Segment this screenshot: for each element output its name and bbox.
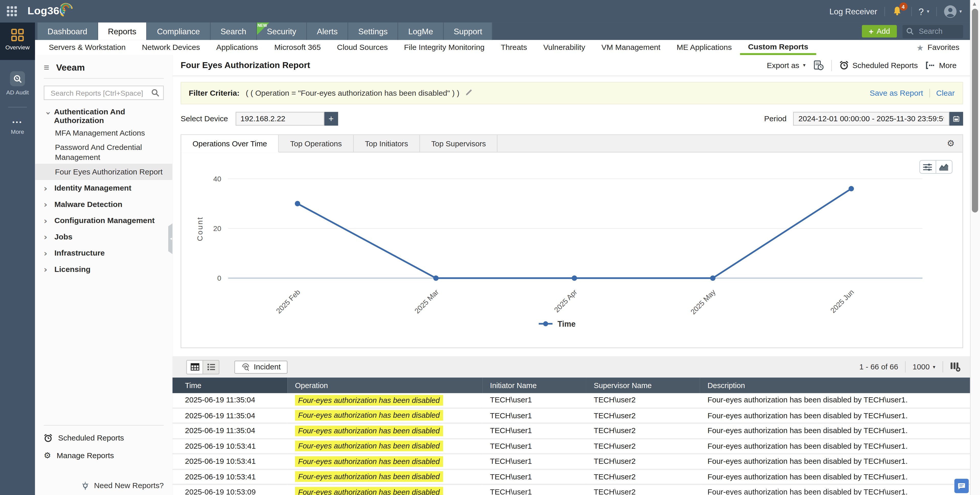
column-header-initiator[interactable]: Initiator Name [482,378,586,393]
tree-item-four-eyes-authorization-report[interactable]: Four Eyes Authorization Report [35,164,173,180]
subnav-custom-reports[interactable]: Custom Reports [740,40,816,55]
tree-group-configuration-management[interactable]: ›Configuration Management [35,212,173,229]
chevron-right-icon: › [44,248,54,258]
pagination-range: 1 - 66 of 66 [859,362,898,371]
scroll-up-icon[interactable]: ▲ [973,1,976,6]
favorites-button[interactable]: ★ Favorites [916,40,959,55]
notifications-bell-icon[interactable]: 4 [891,6,904,17]
table-row[interactable]: 2025-06-19 10:53:41 Four-eyes authorizat… [173,469,970,484]
subnav-applications[interactable]: Applications [208,40,266,55]
tab-alerts[interactable]: Alerts [307,22,348,40]
report-search-input[interactable] [49,88,152,97]
subnav-me-applications[interactable]: ME Applications [668,40,740,55]
subnav-microsoft-365[interactable]: Microsoft 365 [266,40,329,55]
subnav-cloud-sources[interactable]: Cloud Sources [329,40,396,55]
rail-item-ad-audit[interactable]: AD Audit [0,65,35,102]
chart-settings-gear-icon[interactable]: ⚙ [947,138,955,148]
tab-search[interactable]: Search [210,22,257,40]
chart-tab-top-supervisors[interactable]: Top Supervisors [420,135,498,152]
tree-group-jobs[interactable]: ›Jobs [35,229,173,245]
column-picker-button[interactable] [950,362,960,372]
clear-filter-link[interactable]: Clear [936,89,955,97]
log-receiver-link[interactable]: Log Receiver [829,6,877,16]
subnav-vm-management[interactable]: VM Management [593,40,668,55]
page-size-dropdown[interactable]: 1000 ▾ [913,362,935,371]
chart-tab-top-initiators[interactable]: Top Initiators [353,135,420,152]
tree-group-malware-detection[interactable]: ›Malware Detection [35,196,173,212]
incident-button[interactable]: Incident [234,361,288,374]
chevron-down-icon: ▾ [933,364,935,370]
manage-reports-link[interactable]: ⚙ Manage Reports [35,451,173,460]
cell-initiator: TECH\user1 [482,484,586,495]
subnav-vulnerability[interactable]: Vulnerability [535,40,593,55]
list-view-button[interactable] [202,361,219,374]
column-header-supervisor[interactable]: Supervisor Name [586,378,700,393]
help-menu[interactable]: ? ▾ [918,6,929,17]
tree-group-authentication[interactable]: › Authentication And Authorization [35,107,173,125]
subnav-file-integrity-monitoring[interactable]: File Integrity Monitoring [396,40,493,55]
divider [831,60,832,71]
tab-dashboard[interactable]: Dashboard [38,22,98,40]
tree-item-mfa-management-actions[interactable]: MFA Management Actions [35,125,173,142]
calendar-button[interactable] [949,112,963,126]
grid-view-button[interactable] [187,361,202,374]
feedback-chat-button[interactable] [955,479,969,493]
more-button[interactable]: More [925,61,956,70]
subnav-network-devices[interactable]: Network Devices [134,40,208,55]
table-row[interactable]: 2025-06-19 11:35:04 Four-eyes authorizat… [173,393,970,408]
edit-filter-icon[interactable] [465,88,473,98]
table-row[interactable]: 2025-06-19 10:53:41 Four-eyes authorizat… [173,439,970,454]
tab-logme[interactable]: LogMe [398,22,444,40]
add-button[interactable]: + Add [862,25,897,38]
chart-legend[interactable]: Time [539,319,576,328]
chat-icon [958,482,966,490]
scheduled-reports-button[interactable]: Scheduled Reports [839,61,918,70]
tab-settings[interactable]: Settings [348,22,398,40]
tab-reports[interactable]: Reports [98,22,147,40]
table-row[interactable]: 2025-06-19 11:35:04 Four-eyes authorizat… [173,408,970,423]
column-header-description[interactable]: Description [700,378,970,393]
export-history-icon[interactable] [813,60,824,71]
table-row[interactable]: 2025-06-19 10:53:09 Four-eyes authorizat… [173,484,970,495]
user-menu[interactable]: ▾ [944,5,962,18]
cell-description: Four-eyes authorization has been disable… [700,393,970,408]
chevron-down-icon: ▾ [803,62,806,68]
column-header-time[interactable]: Time [173,378,288,393]
x-tick: 2025 Jun [829,288,856,315]
cell-description: Four-eyes authorization has been disable… [700,439,970,454]
cell-operation: Four-eyes authorization has been disable… [287,408,482,423]
scrollbar-thumb[interactable] [972,9,978,212]
cell-supervisor: TECH\user2 [586,469,700,484]
chart-tab-top-operations[interactable]: Top Operations [279,135,353,152]
rail-item-overview[interactable]: Overview [0,22,35,60]
tab-security[interactable]: NEW Security [257,22,307,40]
table-row[interactable]: 2025-06-19 10:53:41 Four-eyes authorizat… [173,454,970,469]
apps-grid-icon[interactable] [7,6,18,17]
device-input[interactable] [235,112,324,126]
tree-group-infrastructure[interactable]: ›Infrastructure [35,245,173,262]
cell-initiator: TECH\user1 [482,393,586,408]
cell-initiator: TECH\user1 [482,439,586,454]
subnav-servers-workstation[interactable]: Servers & Workstation [41,40,134,55]
tab-compliance[interactable]: Compliance [147,22,210,40]
need-new-reports-link[interactable]: Need New Reports? [81,481,164,490]
vertical-scrollbar[interactable]: ▲ [970,0,980,495]
save-as-report-link[interactable]: Save as Report [870,89,923,97]
column-header-operation[interactable]: Operation [287,378,482,393]
table-row[interactable]: 2025-06-19 11:35:04 Four-eyes authorizat… [173,423,970,439]
add-device-button[interactable]: + [324,112,338,126]
tab-support[interactable]: Support [444,22,493,40]
scheduled-reports-link[interactable]: Scheduled Reports [35,434,173,442]
new-badge: NEW [257,22,269,35]
subnav-threats[interactable]: Threats [493,40,535,55]
chart-tab-operations-over-time[interactable]: Operations Over Time [181,135,279,152]
tree-group-licensing[interactable]: ›Licensing [35,261,173,278]
period-input[interactable] [793,112,949,126]
rail-item-more[interactable]: ••• More [0,113,35,141]
tree-item-password-credential-management[interactable]: Password And Credential Management [35,141,173,164]
export-as-button[interactable]: Export as ▾ [767,61,805,70]
hamburger-icon[interactable]: ≡ [44,64,49,70]
search-input[interactable] [918,26,964,36]
tree-group-identity-management[interactable]: ›Identity Management [35,180,173,196]
logo-swoosh-icon [60,0,74,18]
